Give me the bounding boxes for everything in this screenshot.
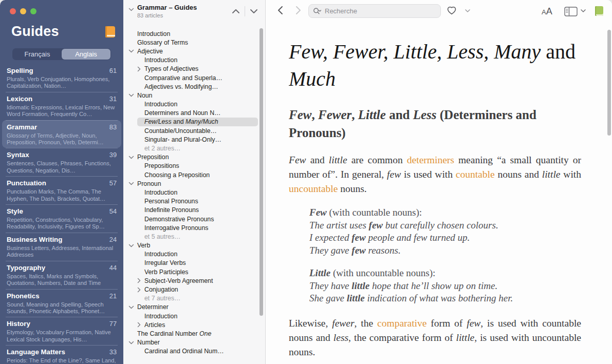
- layout-view-button[interactable]: [564, 7, 578, 16]
- tree-row[interactable]: et 2 autres…: [123, 144, 258, 152]
- back-button[interactable]: [277, 6, 283, 15]
- tree-row[interactable]: Prepositions: [123, 162, 258, 170]
- tree-row[interactable]: Determiner: [123, 303, 258, 312]
- close-window-button[interactable]: [10, 8, 16, 14]
- tree-row[interactable]: Irregular Verbs: [123, 259, 258, 267]
- disclosure-down-icon[interactable]: [128, 182, 137, 185]
- text-size-button[interactable]: AA: [542, 6, 552, 17]
- category-list-item[interactable]: Typography 44 Spaces, Italics, Marks and…: [2, 261, 121, 289]
- disclosure-right-icon[interactable]: [137, 287, 144, 293]
- tree-row-label: Interrogative Pronouns: [144, 224, 208, 232]
- minimize-window-button[interactable]: [20, 8, 26, 14]
- tree-row[interactable]: Interrogative Pronouns: [123, 223, 258, 232]
- category-count-badge: 33: [109, 348, 117, 356]
- tree-row[interactable]: Introduction: [123, 250, 258, 259]
- language-option-anglais[interactable]: Anglais: [62, 49, 110, 60]
- panel-collapse-chevron-icon[interactable]: [128, 8, 134, 11]
- disclosure-down-icon[interactable]: [128, 93, 137, 97]
- tree-row[interactable]: Noun: [123, 91, 258, 100]
- disclosure-right-icon[interactable]: [137, 66, 144, 72]
- tree-row[interactable]: Cardinal and Ordinal Num…: [123, 347, 258, 356]
- zoom-window-button[interactable]: [30, 8, 36, 14]
- category-count-badge: 77: [109, 319, 117, 328]
- disclosure-down-icon[interactable]: [128, 341, 137, 344]
- tree-row[interactable]: Glossary of Terms: [123, 38, 258, 47]
- tree-row[interactable]: Types of Adjectives: [123, 65, 258, 73]
- tree-row[interactable]: Demonstrative Pronouns: [123, 215, 258, 223]
- content-h2: Few, Fewer, Little and Less (Determiners…: [289, 106, 581, 142]
- language-toggle: Français Anglais: [12, 48, 111, 60]
- disclosure-down-icon[interactable]: [128, 305, 137, 309]
- favorite-chevron-icon[interactable]: [465, 9, 470, 12]
- tree-row[interactable]: Introduction: [123, 100, 258, 109]
- tree-row[interactable]: Introduction: [123, 29, 258, 38]
- tree-row[interactable]: Subject-Verb Agreement: [123, 276, 258, 285]
- previous-article-button[interactable]: [232, 9, 240, 14]
- tree-row[interactable]: Comparative and Superla…: [123, 73, 258, 82]
- tree-row[interactable]: Singular- and Plural-Only…: [123, 135, 258, 144]
- tree-row-label: Introduction: [137, 30, 170, 37]
- tree-row[interactable]: Introduction: [123, 188, 258, 197]
- category-list-item[interactable]: Lexicon 31 Idiomatic Expressions, Lexica…: [2, 92, 121, 120]
- disclosure-down-icon[interactable]: [128, 244, 137, 247]
- inline-link[interactable]: countable: [456, 169, 495, 180]
- category-list-item[interactable]: Language Matters 33 Periods: The End of …: [2, 345, 121, 364]
- example-line: She gave little indication of what was b…: [309, 292, 581, 305]
- reader-scrollbar-thumb[interactable]: [607, 30, 611, 136]
- category-list-item[interactable]: History 77 Etymology, Vocabulary Formati…: [2, 317, 121, 345]
- category-label: Phonetics: [7, 292, 40, 300]
- category-label: Business Writing: [7, 235, 62, 244]
- forward-button[interactable]: [295, 6, 301, 15]
- tree-row[interactable]: Adjective: [123, 47, 258, 55]
- disclosure-down-icon[interactable]: [128, 49, 137, 53]
- layout-chevron-icon[interactable]: [581, 9, 586, 12]
- articles-scrollbar-thumb[interactable]: [259, 28, 263, 316]
- tree-row[interactable]: Number: [123, 338, 258, 347]
- tree-row-label: Comparative and Superla…: [144, 74, 222, 82]
- disclosure-right-icon[interactable]: [137, 322, 144, 328]
- tree-row[interactable]: Choosing a Preposition: [123, 170, 258, 179]
- tree-row[interactable]: Preposition: [123, 153, 258, 162]
- tree-row[interactable]: Articles: [123, 320, 258, 329]
- tree-row[interactable]: Pronoun: [123, 179, 258, 188]
- category-list-item[interactable]: Business Writing 24 Business Letters, Ad…: [2, 233, 121, 261]
- green-book-icon[interactable]: [595, 6, 603, 16]
- tree-row[interactable]: Determiners and Noun N…: [123, 109, 258, 118]
- category-list-item[interactable]: Phonetics 21 Sound, Meaning and Spelling…: [2, 289, 121, 317]
- category-list-item-selected[interactable]: Grammar 83 Glossary of Terms, Adjective,…: [2, 120, 121, 148]
- favorite-heart-button[interactable]: [447, 6, 457, 15]
- tree-row-label: Verb: [137, 242, 150, 249]
- tree-row[interactable]: et 5 autres…: [123, 232, 258, 241]
- tree-row[interactable]: Indefinite Pronouns: [123, 206, 258, 215]
- tree-row[interactable]: Adjectives vs. Modifying…: [123, 82, 258, 91]
- tree-row[interactable]: Verb: [123, 241, 258, 250]
- tree-row[interactable]: Verb Participles: [123, 267, 258, 276]
- tree-row[interactable]: The Cardinal Number One: [123, 329, 258, 338]
- tree-row[interactable]: Countable/Uncountable…: [123, 126, 258, 135]
- inline-link[interactable]: determiners: [407, 155, 454, 165]
- category-list-item[interactable]: Punctuation 57 Punctuation Marks, The Co…: [2, 176, 121, 204]
- disclosure-right-icon[interactable]: [137, 278, 144, 283]
- tree-row-label: Introduction: [144, 101, 177, 108]
- tree-row[interactable]: Personal Pronouns: [123, 197, 258, 206]
- disclosure-down-icon[interactable]: [128, 156, 137, 159]
- tree-row[interactable]: Introduction: [123, 56, 258, 65]
- tree-row-selected[interactable]: Few/Less and Many/Much: [137, 118, 258, 126]
- search-input[interactable]: [324, 7, 436, 15]
- category-list-item[interactable]: Syntax 39 Sentences, Clauses, Phrases, F…: [2, 148, 121, 176]
- language-option-francais[interactable]: Français: [13, 49, 62, 60]
- tree-row[interactable]: Introduction: [123, 312, 258, 320]
- category-label: Lexicon: [7, 94, 32, 103]
- tree-row[interactable]: Conjugation: [123, 285, 258, 294]
- inline-link[interactable]: comparative: [377, 318, 426, 329]
- category-list-item[interactable]: Spelling 61 Plurals, Verb Conjugation, H…: [2, 64, 121, 92]
- inline-link[interactable]: uncountable: [289, 183, 338, 194]
- search-field[interactable]: [308, 4, 441, 18]
- category-count-badge: 61: [109, 66, 117, 75]
- category-list-item[interactable]: Style 54 Repetition, Constructions, Voca…: [2, 204, 121, 233]
- search-icon: [313, 7, 322, 15]
- category-label: Style: [7, 207, 23, 216]
- next-article-button[interactable]: [250, 9, 258, 14]
- example-line: The artist uses few but carefully chosen…: [309, 219, 581, 232]
- tree-row[interactable]: et 7 autres…: [123, 294, 258, 303]
